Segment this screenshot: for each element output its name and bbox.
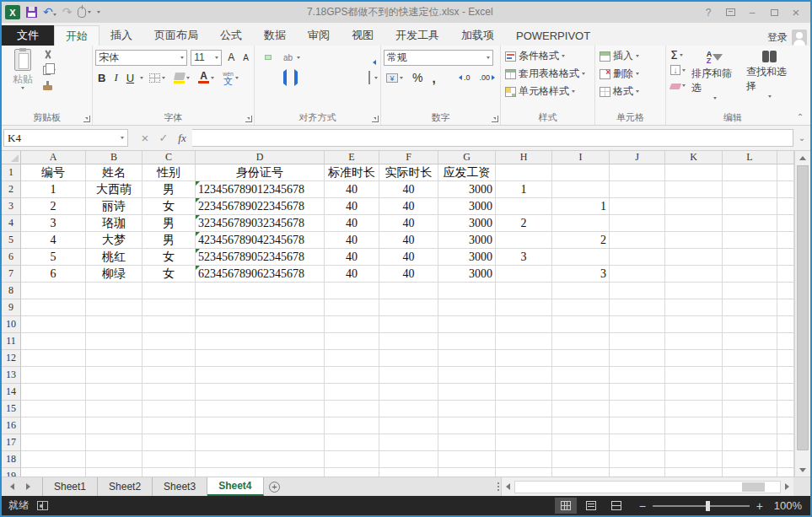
- cell-C5[interactable]: 男: [143, 232, 196, 249]
- cell-C13[interactable]: [143, 367, 196, 384]
- cell-I12[interactable]: [552, 350, 610, 367]
- underline-dropdown-icon[interactable]: [140, 77, 143, 79]
- cell-L13[interactable]: [723, 367, 777, 384]
- enter-button[interactable]: ✓: [155, 132, 172, 144]
- cell-B19[interactable]: [86, 468, 143, 477]
- cell-cmd-dropdown-icon-3[interactable]: [636, 90, 639, 93]
- cell-K6[interactable]: [665, 249, 723, 266]
- cell-B12[interactable]: [86, 350, 143, 367]
- cell-F19[interactable]: [379, 468, 438, 477]
- cell-G7[interactable]: 3000: [438, 266, 496, 283]
- cell-A6[interactable]: 5: [21, 249, 86, 266]
- cell-E1[interactable]: 标准时长: [325, 164, 379, 181]
- tab-公式[interactable]: 公式: [209, 25, 253, 46]
- cell-K2[interactable]: [665, 181, 723, 198]
- cell-F12[interactable]: [379, 350, 438, 367]
- tab-插入[interactable]: 插入: [99, 25, 143, 46]
- accounting-format-button[interactable]: ¥: [384, 73, 406, 83]
- cell-J13[interactable]: [610, 367, 665, 384]
- cell-B6[interactable]: 桃红: [86, 249, 143, 266]
- column-header-E[interactable]: E: [325, 151, 379, 164]
- increase-indent-button[interactable]: [291, 69, 301, 86]
- cell-A19[interactable]: [21, 468, 86, 477]
- cell-A17[interactable]: [21, 434, 86, 451]
- cell-K3[interactable]: [665, 198, 723, 215]
- touch-mode-button[interactable]: [78, 7, 91, 18]
- cell-A11[interactable]: [21, 333, 86, 350]
- column-header-D[interactable]: D: [196, 151, 325, 164]
- decrease-font-button[interactable]: A: [240, 53, 251, 62]
- tab-视图[interactable]: 视图: [341, 25, 384, 46]
- cell-C9[interactable]: [143, 299, 196, 316]
- fill-color-dropdown-icon[interactable]: [186, 77, 190, 79]
- sort-filter-dropdown-icon[interactable]: [713, 97, 717, 100]
- cell-partial-19[interactable]: [777, 468, 794, 477]
- style-dropdown-icon-3[interactable]: [572, 90, 575, 93]
- cell-K8[interactable]: [665, 283, 723, 299]
- cell-G13[interactable]: [438, 367, 496, 384]
- accounting-dropdown-icon[interactable]: [400, 77, 403, 79]
- cell-L8[interactable]: [723, 283, 777, 299]
- copy-button[interactable]: [41, 62, 57, 78]
- vertical-scrollbar[interactable]: [794, 151, 810, 477]
- format-painter-button[interactable]: [41, 78, 57, 93]
- clipboard-dialog-launcher-icon[interactable]: [83, 116, 90, 122]
- cell-K10[interactable]: [665, 316, 723, 333]
- cell-E11[interactable]: [325, 333, 379, 350]
- cell-I4[interactable]: [552, 215, 610, 232]
- cell-H15[interactable]: [496, 401, 552, 417]
- cell-partial-3[interactable]: [777, 198, 794, 215]
- cell-A7[interactable]: 6: [21, 266, 86, 283]
- cell-H10[interactable]: [496, 316, 552, 333]
- row-header-15[interactable]: 15: [2, 401, 21, 417]
- cell-K9[interactable]: [665, 299, 723, 316]
- cell-E4[interactable]: 40: [325, 215, 379, 232]
- cell-I7[interactable]: 3: [552, 266, 610, 283]
- cell-A2[interactable]: 1: [21, 181, 86, 198]
- cell-E15[interactable]: [325, 401, 379, 417]
- alignment-dialog-launcher-icon[interactable]: [372, 116, 379, 122]
- row-header-14[interactable]: 14: [2, 384, 21, 401]
- cell-partial-7[interactable]: [777, 266, 794, 283]
- cell-G5[interactable]: 3000: [438, 232, 496, 249]
- merge-center-button[interactable]: [365, 69, 374, 86]
- fill-dropdown-icon[interactable]: [682, 69, 686, 72]
- cell-A9[interactable]: [21, 299, 86, 316]
- wrap-text-button[interactable]: [371, 55, 378, 60]
- cell-G1[interactable]: 应发工资: [438, 164, 496, 181]
- row-header-4[interactable]: 4: [2, 215, 21, 232]
- align-bottom-button[interactable]: [272, 55, 279, 60]
- tab-页面布局[interactable]: 页面布局: [143, 25, 209, 46]
- cell-K7[interactable]: [665, 266, 723, 283]
- tab-加载项[interactable]: 加载项: [450, 25, 505, 46]
- cell-partial-13[interactable]: [777, 367, 794, 384]
- cell-I17[interactable]: [552, 434, 610, 451]
- cell-G6[interactable]: 3000: [438, 249, 496, 266]
- cell-H17[interactable]: [496, 434, 552, 451]
- cell-L7[interactable]: [723, 266, 777, 283]
- cell-H4[interactable]: 2: [496, 215, 552, 232]
- cell-K18[interactable]: [665, 451, 723, 468]
- cell-partial-15[interactable]: [777, 401, 794, 417]
- cell-I15[interactable]: [552, 401, 610, 417]
- sheet-tab-sheet4[interactable]: Sheet4: [207, 477, 263, 496]
- row-header-1[interactable]: 1: [2, 164, 21, 181]
- page-break-view-button[interactable]: [605, 498, 627, 514]
- cell-E7[interactable]: 40: [325, 266, 379, 283]
- cell-I10[interactable]: [552, 316, 610, 333]
- cell-E2[interactable]: 40: [325, 181, 379, 198]
- cell-I3[interactable]: 1: [552, 198, 610, 215]
- autosum-button[interactable]: Σ: [669, 47, 687, 62]
- cell-H7[interactable]: [496, 266, 552, 283]
- increase-decimal-button[interactable]: .0: [456, 74, 473, 82]
- cell-L17[interactable]: [723, 434, 777, 451]
- cell-E10[interactable]: [325, 316, 379, 333]
- cell-F7[interactable]: 40: [379, 266, 438, 283]
- cell-C4[interactable]: 男: [143, 215, 196, 232]
- cell-D2[interactable]: 123456789012345678: [196, 181, 325, 198]
- cell-B3[interactable]: 丽诗: [86, 198, 143, 215]
- font-size-combo[interactable]: 11: [191, 50, 222, 66]
- sheet-tab-sheet3[interactable]: Sheet3: [153, 477, 207, 496]
- cell-D19[interactable]: [196, 468, 325, 477]
- cell-A16[interactable]: [21, 417, 86, 434]
